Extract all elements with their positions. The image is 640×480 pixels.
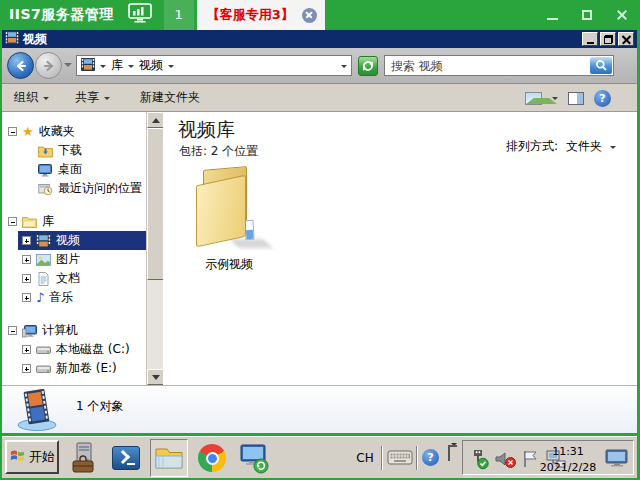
app-minimize-button[interactable] (547, 18, 558, 20)
session-tab-active[interactable]: 【客服专用3】 (197, 0, 325, 30)
expand-icon[interactable] (22, 345, 31, 354)
refresh-button[interactable] (358, 56, 378, 76)
back-button[interactable] (7, 52, 34, 79)
sidebar-item-computer[interactable]: 计算机 (2, 321, 146, 340)
show-desktop-icon[interactable] (605, 449, 629, 472)
file-explorer-icon[interactable] (150, 439, 188, 477)
expand-icon[interactable] (22, 364, 31, 373)
sidebar-item-favorites[interactable]: ★ 收藏夹 (2, 122, 146, 141)
chrome-icon[interactable] (196, 442, 228, 474)
library-includes: 包括: 2 个位置 (179, 143, 258, 160)
sidebar-item-recent-places[interactable]: 最近访问的位置 (2, 179, 146, 198)
sidebar-item-videos[interactable]: 视频 (18, 231, 146, 250)
server-manager-icon[interactable] (68, 442, 100, 474)
chevron-down-icon[interactable] (128, 65, 134, 71)
explorer-window: 视频 库 视频 (2, 30, 637, 433)
arrange-by-control[interactable]: 排列方式: 文件夹 (506, 138, 616, 155)
start-button[interactable]: 开始 (5, 440, 59, 474)
organize-button[interactable]: 组织 (14, 89, 49, 106)
folder-item-sample-videos[interactable]: 示例视频 (183, 168, 275, 273)
music-note-icon: ♪ (36, 291, 44, 304)
sidebar-item-desktop[interactable]: 桌面 (2, 160, 146, 179)
clock-date: 2021/2/28 (535, 460, 601, 476)
computer-icon (22, 324, 37, 338)
arrange-value[interactable]: 文件夹 (566, 138, 602, 155)
taskbar-help-icon[interactable]: ? (422, 449, 439, 466)
app-maximize-button[interactable] (582, 10, 592, 20)
disk-drive-icon (36, 343, 51, 357)
folder-icon (194, 168, 264, 254)
star-icon: ★ (22, 125, 34, 138)
help-icon[interactable]: ? (594, 90, 611, 107)
navigation-bar: 库 视频 (2, 48, 637, 84)
screen: IIS7服务器管理 1 【客服专用3】 视频 (0, 0, 640, 480)
breadcrumb-videos[interactable]: 视频 (139, 57, 163, 74)
windows-flag-icon (9, 447, 26, 467)
sidebar-item-downloads[interactable]: 下载 (2, 141, 146, 160)
new-folder-button[interactable]: 新建文件夹 (140, 89, 200, 106)
file-list-pane: 视频库 包括: 2 个位置 排列方式: 文件夹 示例视频 (163, 112, 636, 385)
search-icon[interactable] (590, 57, 612, 74)
separator (381, 446, 383, 470)
remote-desktop-icon[interactable] (238, 442, 270, 474)
preview-pane-icon[interactable] (568, 92, 584, 105)
window-close-button[interactable] (618, 32, 634, 46)
monitor-chart-icon (128, 3, 154, 27)
sidebar-item-libraries[interactable]: 库 (2, 212, 146, 231)
expand-icon[interactable] (22, 236, 31, 245)
sidebar-item-new-volume-e[interactable]: 新加卷 (E:) (2, 359, 146, 378)
scroll-up-icon[interactable] (147, 112, 164, 128)
arrange-label: 排列方式: (506, 138, 558, 155)
keyboard-icon[interactable] (387, 449, 413, 469)
share-button[interactable]: 共享 (75, 89, 110, 106)
sidebar-item-documents[interactable]: 文档 (2, 269, 146, 288)
sidebar-item-local-disk-c[interactable]: 本地磁盘 (C:) (2, 340, 146, 359)
recent-places-icon (38, 182, 53, 196)
clock[interactable]: 11:31 2021/2/28 (535, 444, 601, 476)
disk-drive-icon (36, 362, 51, 376)
app-close-button[interactable] (616, 9, 628, 21)
content-area: ★ 收藏夹 下载 桌面 最近访问的位置 (2, 112, 637, 385)
show-hidden-icons[interactable] (448, 446, 460, 470)
sidebar-item-music[interactable]: ♪ 音乐 (2, 288, 146, 307)
history-dropdown-icon[interactable] (64, 63, 72, 71)
video-film-icon (36, 234, 51, 248)
window-minimize-button[interactable] (582, 32, 598, 46)
tab-close-icon[interactable] (302, 8, 317, 23)
chevron-down-icon[interactable] (168, 65, 174, 71)
forward-button[interactable] (35, 52, 62, 79)
session-tab-1[interactable]: 1 (164, 0, 194, 30)
search-input[interactable] (385, 56, 590, 75)
scroll-down-icon[interactable] (147, 369, 164, 385)
expand-icon[interactable] (22, 293, 31, 302)
powershell-icon[interactable] (110, 442, 142, 474)
change-view-icon[interactable] (525, 92, 542, 105)
language-indicator[interactable]: CH (352, 437, 378, 479)
address-dropdown-icon[interactable] (341, 65, 347, 71)
sidebar-item-pictures[interactable]: 图片 (2, 250, 146, 269)
window-title-bar: 视频 (2, 30, 637, 48)
chevron-down-icon (43, 97, 49, 103)
chevron-down-icon[interactable] (610, 146, 616, 152)
usb-device-icon[interactable] (468, 449, 490, 473)
chevron-down-icon[interactable] (100, 65, 106, 71)
pictures-icon (36, 253, 51, 267)
collapse-icon[interactable] (8, 127, 17, 136)
collapse-icon[interactable] (8, 326, 17, 335)
video-film-icon (5, 31, 19, 47)
scrollbar-thumb[interactable] (147, 128, 164, 280)
expand-icon[interactable] (22, 255, 31, 264)
chevron-down-icon (104, 97, 110, 103)
volume-muted-icon[interactable] (494, 449, 517, 473)
expand-icon[interactable] (22, 274, 31, 283)
app-title-bar: IIS7服务器管理 1 【客服专用3】 (0, 0, 640, 30)
window-restore-button[interactable] (600, 32, 616, 46)
library-folder-icon (22, 215, 37, 229)
breadcrumb-libraries[interactable]: 库 (111, 57, 123, 74)
address-breadcrumb[interactable]: 库 视频 (76, 55, 352, 76)
search-box[interactable] (384, 55, 614, 76)
library-title: 视频库 (178, 117, 235, 143)
collapse-icon[interactable] (8, 217, 17, 226)
sidebar-scrollbar[interactable] (146, 112, 163, 385)
app-title: IIS7服务器管理 (9, 6, 114, 24)
